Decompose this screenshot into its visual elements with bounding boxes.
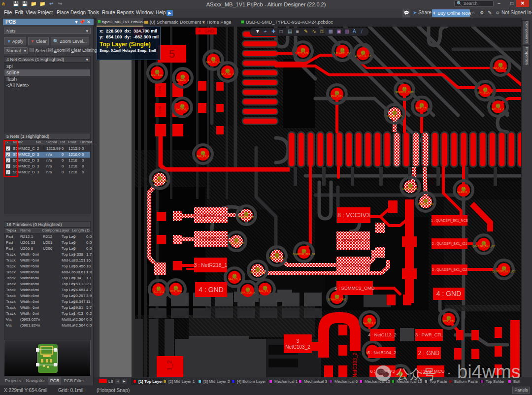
svg-text:1-4: 1-4: [246, 287, 249, 290]
svg-text:4 : GND: 4 : GND: [198, 29, 214, 33]
svg-text:SDMMC2_D3: SDMMC2_D3: [418, 202, 433, 205]
svg-text:SA4_SD_A: SA4_SD_A: [221, 72, 234, 75]
svg-text:SDMMC2_CMD: SDMMC2_CMD: [328, 298, 346, 301]
svg-text:1-4: 1-4: [256, 267, 259, 270]
svg-text:SDMMC2_D1: SDMMC2_D1: [250, 271, 266, 274]
svg-text:1-4: 1-4: [482, 241, 485, 244]
svg-text:1 GND: 1 GND: [158, 106, 161, 114]
svg-text:1-4: 1-4: [502, 266, 505, 269]
svg-text:SA4_FS_A: SA4_FS_A: [492, 107, 504, 110]
svg-text:2 : QUADSPI_BK1_IO1: 2 : QUADSPI_BK1_IO1: [432, 242, 467, 246]
svg-text:3 : NetR218_1: 3 : NetR218_1: [194, 262, 228, 268]
svg-text:SDMMC2_CK: SDMMC2_CK: [387, 114, 403, 117]
svg-text:1-4: 1-4: [181, 74, 184, 77]
svg-text:1-4: 1-4: [275, 253, 278, 256]
svg-text:3 : QUADSPI_BK1_IO2: 3 : QUADSPI_BK1_IO2: [432, 268, 467, 272]
svg-text:1-4: 1-4: [335, 91, 338, 94]
svg-text:1-4: 1-4: [340, 48, 344, 51]
svg-text:1-4: 1-4: [226, 68, 229, 71]
svg-text:2 : GND: 2 : GND: [418, 350, 440, 357]
svg-text:NetR206_1: NetR206_1: [457, 191, 470, 194]
svg-text:SA4_SCK_A: SA4_SCK_A: [206, 61, 221, 64]
svg-text:1-4: 1-4: [496, 103, 499, 106]
svg-text:SA4_FS_A: SA4_FS_A: [197, 155, 209, 158]
svg-text:7 : SDMMC2_D1: 7 : SDMMC2_D1: [335, 238, 371, 243]
svg-text:1-4: 1-4: [234, 238, 238, 241]
svg-text:1-4: 1-4: [233, 274, 236, 277]
svg-text:SDMMC2_CMD: SDMMC2_CMD: [395, 91, 413, 94]
svg-text:1 : QUADSPI_BK1_NCS: 1 : QUADSPI_BK1_NCS: [431, 219, 468, 223]
svg-text:1-4: 1-4: [263, 286, 266, 289]
svg-text:NetD207_2: NetD207_2: [176, 78, 189, 81]
svg-text:4 : GND: 4 : GND: [436, 290, 462, 297]
svg-text:SDMMC2_D1: SDMMC2_D1: [269, 257, 285, 260]
svg-text:SDMMC2_D3: SDMMC2_D3: [229, 242, 244, 245]
svg-text:SA4_SD_A: SA4_SD_A: [228, 278, 241, 281]
svg-text:I2C3_SDA: I2C3_SDA: [170, 290, 182, 293]
svg-text:SA4_SCK_A: SA4_SCK_A: [478, 91, 493, 94]
svg-text:1-4: 1-4: [483, 87, 487, 90]
svg-text:SDMMC2_D2: SDMMC2_D2: [402, 187, 418, 190]
svg-text:PWR_CTL: PWR_CTL: [416, 107, 428, 110]
svg-text:1 : SDMMC2_D2: 1 : SDMMC2_D2: [193, 212, 229, 218]
svg-text:2 : SDMMC2_D3: 2 : SDMMC2_D3: [193, 236, 229, 241]
svg-text:1-4: 1-4: [420, 103, 423, 106]
svg-text:NetC103_2: NetC103_2: [285, 344, 310, 350]
svg-text:1-4: 1-4: [408, 183, 412, 186]
svg-text:3 : PWR_CTL: 3 : PWR_CTL: [415, 332, 443, 337]
svg-text:1-4: 1-4: [462, 187, 465, 190]
svg-text:1-4: 1-4: [499, 63, 502, 66]
svg-text:5: 5: [169, 48, 175, 60]
svg-text:1-4: 1-4: [367, 318, 371, 321]
svg-text:LPUART1_RX: LPUART1_RX: [355, 54, 371, 57]
svg-text:5 : SDMMC2_CMD: 5 : SDMMC2_CMD: [334, 285, 374, 291]
svg-text:4 : NetC113_2: 4 : NetC113_2: [368, 332, 396, 337]
svg-text:1-4: 1-4: [361, 50, 365, 53]
svg-text:SA4_FS_A: SA4_FS_A: [259, 290, 271, 293]
svg-text:1-4: 1-4: [155, 69, 159, 72]
svg-text:NetC103_2: NetC103_2: [352, 352, 358, 377]
svg-text:QUADSPI_BK1_IO1: QUADSPI_BK1_IO1: [472, 245, 495, 248]
svg-text:1-4: 1-4: [301, 48, 304, 51]
svg-text:1-4: 1-4: [201, 151, 204, 154]
svg-text:SA4_SCK_A: SA4_SCK_A: [240, 291, 255, 294]
svg-text:1-4: 1-4: [174, 286, 177, 289]
svg-text:1-4: 1-4: [180, 104, 184, 107]
svg-text:1-4: 1-4: [402, 87, 406, 90]
svg-text:1-4: 1-4: [447, 316, 450, 319]
svg-text:1-4: 1-4: [393, 110, 396, 113]
svg-text:8 : VCC3V3: 8 : VCC3V3: [337, 212, 370, 219]
svg-text:1-4: 1-4: [244, 212, 248, 215]
svg-text:SA4_SD_A: SA4_SD_A: [494, 66, 507, 69]
svg-text:3: 3: [297, 338, 299, 344]
svg-text:NetC113_2: NetC113_2: [363, 322, 376, 325]
svg-text:1_2: 1_2: [166, 360, 173, 371]
svg-text:1 GND: 1 GND: [158, 86, 161, 94]
svg-text:SDMMC2_CK: SDMMC2_CK: [152, 180, 168, 183]
svg-text:1-4: 1-4: [424, 198, 427, 201]
svg-text:I2C3_SCL: I2C3_SCL: [297, 52, 309, 55]
svg-text:I2C3_SCL: I2C3_SCL: [153, 290, 165, 293]
svg-text:1-4: 1-4: [302, 249, 305, 252]
svg-text:LPUART1_TX: LPUART1_TX: [334, 52, 351, 55]
svg-text:PWR_CTL: PWR_CTL: [331, 95, 343, 98]
svg-text:NetD206_2: NetD206_2: [176, 108, 189, 111]
svg-text:1-4: 1-4: [157, 286, 160, 289]
svg-text:1-4: 1-4: [158, 176, 161, 179]
svg-text:QUADSPI_BK1_IO2: QUADSPI_BK1_IO2: [492, 270, 515, 273]
svg-text:4 : GND: 4 : GND: [199, 286, 224, 294]
svg-text:5 : NetR104_2: 5 : NetR104_2: [367, 350, 396, 355]
svg-text:PWR_CTL: PWR_CTL: [443, 320, 455, 323]
svg-text:I2C3_SCL: I2C3_SCL: [151, 73, 163, 76]
svg-text:QUADSPI_BK1_O1: QUADSPI_BK1_O1: [293, 253, 315, 256]
svg-text:1-4: 1-4: [211, 57, 215, 60]
svg-text:6 : SDMMC2_D0: 6 : SDMMC2_D0: [335, 263, 371, 268]
svg-text:SDMMC2_D2: SDMMC2_D2: [238, 216, 254, 219]
